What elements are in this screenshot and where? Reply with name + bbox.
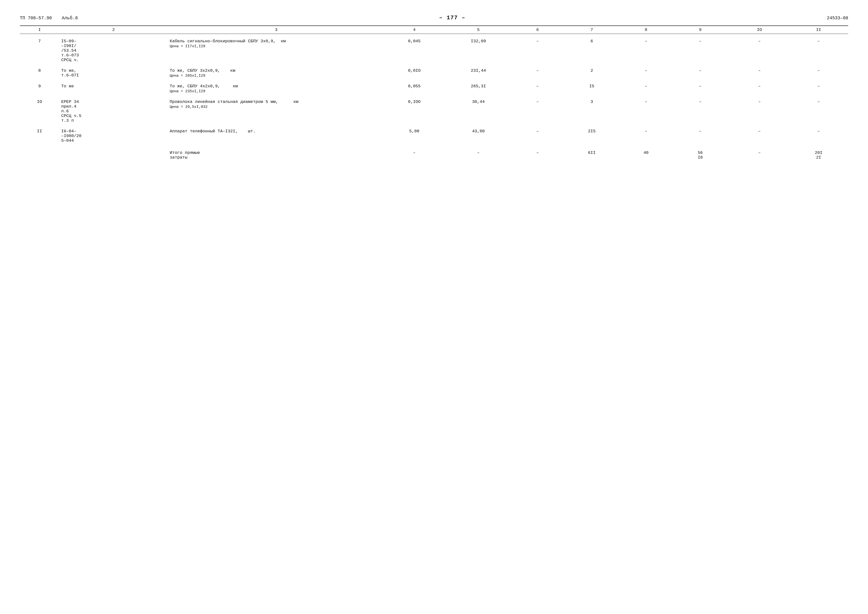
row-ref: То же [59, 83, 168, 95]
row-num: 8 [20, 67, 59, 79]
totals-col7: 6II [562, 148, 622, 161]
row-col8: – [622, 83, 671, 95]
totals-col11: 20I2I [789, 148, 848, 161]
totals-col5: – [444, 148, 513, 161]
row-num: 7 [20, 38, 59, 64]
col-header-1: I [20, 26, 59, 34]
row-num: 9 [20, 83, 59, 95]
row-col9: – [671, 38, 730, 64]
totals-col10: – [730, 148, 789, 161]
row-ref: I5–09– –I98I/ /53.54 т.6–073 СРСЦ ч. [59, 38, 168, 64]
row-desc: Кабель сигнально–блокировочный СБПУ 3х0,… [168, 38, 384, 64]
row-desc: То же, СБПУ 3х2х0,9, км Цена = 205хI,I29 [168, 67, 384, 79]
row-col9: – [671, 98, 730, 124]
table-row: IO ЕРЕР 34 прил.4 п.6 СРСЦ ч.5 т.3 п Про… [20, 98, 848, 124]
col-header-5: 5 [444, 26, 513, 34]
row-col9: – [671, 67, 730, 79]
row-col10: – [730, 128, 789, 144]
row-col10: – [730, 98, 789, 124]
row-col9: – [671, 128, 730, 144]
row-col11: – [789, 98, 848, 124]
totals-num [20, 148, 59, 161]
row-desc: То же, СБПУ 4х2х0,9, км Цена = 235хI,I29 [168, 83, 384, 95]
row-col7: 2I5 [562, 128, 622, 144]
main-table: I 2 3 4 5 6 7 8 9 IO II 7 I5–09– –I98I/ … [20, 25, 848, 171]
row-col5: 43,00 [444, 128, 513, 144]
col-header-7: 7 [562, 26, 622, 34]
row-col7: 6 [562, 38, 622, 64]
row-col6: – [513, 83, 562, 95]
col-header-3: 3 [168, 26, 384, 34]
row-col6: – [513, 67, 562, 79]
table-row: 7 I5–09– –I98I/ /53.54 т.6–073 СРСЦ ч. К… [20, 38, 848, 64]
row-col5: 23I,44 [444, 67, 513, 79]
row-col11: – [789, 83, 848, 95]
doc-code: ТП 708–57.90 [20, 16, 52, 20]
totals-row: Итого прямыезатраты – – – 6II 40 56I8 – … [20, 148, 848, 161]
row-desc: Аппарат телефонный ТА–I32I, шт. [168, 128, 384, 144]
table-row: 8 То же, т.6–07I То же, СБПУ 3х2х0,9, км… [20, 67, 848, 79]
page-number: – 177 – [439, 15, 465, 21]
row-col4: 0,055 [384, 83, 444, 95]
row-col6: – [513, 38, 562, 64]
row-col5: I32,09 [444, 38, 513, 64]
totals-ref [59, 148, 168, 161]
totals-col8: 40 [622, 148, 671, 161]
row-col9: – [671, 83, 730, 95]
row-col7: I5 [562, 83, 622, 95]
row-ref: I6–04– –I980/20 5–044 [59, 128, 168, 144]
album-ref: Альб.8 [62, 16, 78, 20]
row-col11: – [789, 67, 848, 79]
row-col6: – [513, 128, 562, 144]
col-header-9: 9 [671, 26, 730, 34]
totals-col6: – [513, 148, 562, 161]
row-col11: – [789, 38, 848, 64]
row-col4: 0,045 [384, 38, 444, 64]
main-table-container: I 2 3 4 5 6 7 8 9 IO II 7 I5–09– –I98I/ … [20, 25, 848, 171]
col-header-10: IO [730, 26, 789, 34]
page-header: ТП 708–57.90 Альб.8 – 177 – 24533–08 [20, 15, 848, 21]
col-header-8: 8 [622, 26, 671, 34]
row-col11: – [789, 128, 848, 144]
col-header-6: 6 [513, 26, 562, 34]
row-col7: 2 [562, 67, 622, 79]
row-col8: – [622, 98, 671, 124]
totals-col9: 56I8 [671, 148, 730, 161]
row-col5: 265,3I [444, 83, 513, 95]
totals-col4: – [384, 148, 444, 161]
row-col8: – [622, 38, 671, 64]
row-num: II [20, 128, 59, 144]
col-header-11: II [789, 26, 848, 34]
row-col8: – [622, 128, 671, 144]
totals-label: Итого прямыезатраты [168, 148, 384, 161]
column-header-row: I 2 3 4 5 6 7 8 9 IO II [20, 26, 848, 34]
table-row: 9 То же То же, СБПУ 4х2х0,9, км Цена = 2… [20, 83, 848, 95]
row-col4: 5,00 [384, 128, 444, 144]
row-ref: То же, т.6–07I [59, 67, 168, 79]
row-col10: – [730, 83, 789, 95]
row-col4: 0,0IO [384, 67, 444, 79]
row-col8: – [622, 67, 671, 79]
row-col7: 3 [562, 98, 622, 124]
table-row: II I6–04– –I980/20 5–044 Аппарат телефон… [20, 128, 848, 144]
row-desc: Проволока линейная стальная диаметром 5 … [168, 98, 384, 124]
col-header-4: 4 [384, 26, 444, 34]
row-num: IO [20, 98, 59, 124]
doc-number: 24533–08 [827, 16, 848, 20]
row-ref: ЕРЕР 34 прил.4 п.6 СРСЦ ч.5 т.3 п [59, 98, 168, 124]
row-col10: – [730, 67, 789, 79]
col-header-2: 2 [59, 26, 168, 34]
row-col10: – [730, 38, 789, 64]
row-col5: 30,44 [444, 98, 513, 124]
row-col6: – [513, 98, 562, 124]
row-col4: 0,IOO [384, 98, 444, 124]
